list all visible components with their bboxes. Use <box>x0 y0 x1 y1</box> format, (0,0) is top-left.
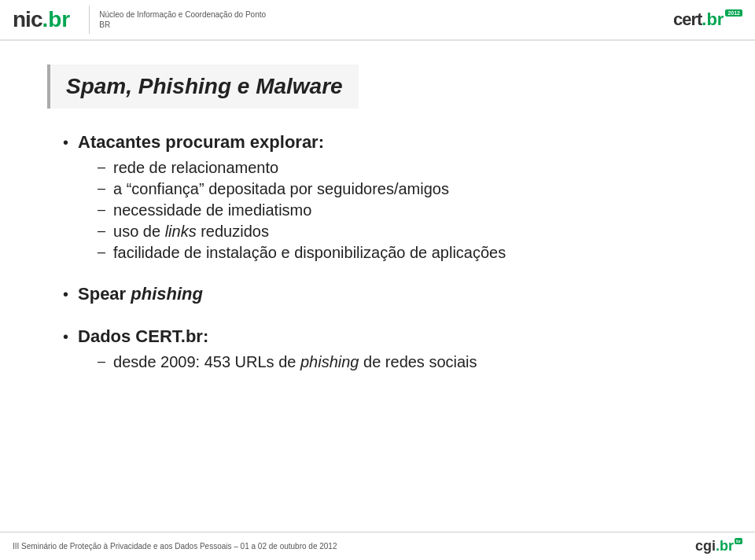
sub-text-4: uso de links reduzidos <box>113 223 269 241</box>
sub-dash-2: – <box>98 180 105 197</box>
footer: III Seminário de Proteção à Privacidade … <box>0 532 755 560</box>
gap-2 <box>63 311 708 326</box>
slide-title: Spam, Phishing e Malware <box>47 64 359 109</box>
gap-1 <box>63 268 708 284</box>
sub-dash-5: – <box>98 244 105 260</box>
sub-dash-3: – <box>98 201 105 218</box>
bullet-1-text: Atacantes procuram explorar: <box>78 132 324 153</box>
sub-bullets-3: – desde 2009: 453 URLs de phishing de re… <box>98 353 708 371</box>
slide-title-text: Spam, Phishing e Malware <box>66 74 343 99</box>
sub-dash-3-1: – <box>98 353 105 370</box>
footer-text: III Seminário de Proteção à Privacidade … <box>13 542 337 551</box>
sub-dash-4: – <box>98 223 105 239</box>
sub-bullets: – rede de relacionamento – a “confiança”… <box>98 159 708 262</box>
nic-logo: nic.br <box>13 7 70 32</box>
sub-bullet-1: – rede de relacionamento <box>98 159 708 177</box>
sub-bullet-3-1: – desde 2009: 453 URLs de phishing de re… <box>98 353 708 371</box>
bullet-2: • Spear phishing <box>63 284 708 304</box>
content-area: • Atacantes procuram explorar: – rede de… <box>47 132 708 371</box>
sub-text-3-1: desde 2009: 453 URLs de phishing de rede… <box>113 353 477 371</box>
bullet-3-text: Dados CERT.br: <box>78 326 208 347</box>
header: nic.br Núcleo de Informação e Coordenaçã… <box>0 0 755 41</box>
header-subtitle: Núcleo de Informação e Coordenação do Po… <box>99 9 272 30</box>
sub-bullet-2: – a “confiança” depositada por seguidore… <box>98 180 708 198</box>
bullet-dot-2: • <box>63 286 68 304</box>
bullet-2-text: Spear phishing <box>78 284 203 304</box>
sub-bullet-3: – necessidade de imediatismo <box>98 201 708 219</box>
sub-text-5: facilidade de instalação e disponibiliza… <box>113 244 506 262</box>
header-divider <box>89 6 90 34</box>
cgi-logo: cgi.brbr <box>695 538 742 554</box>
sub-text-2: a “confiança” depositada por seguidores/… <box>113 180 449 198</box>
sub-bullet-5: – facilidade de instalação e disponibili… <box>98 244 708 262</box>
sub-dash-1: – <box>98 159 105 175</box>
bullet-dot-1: • <box>63 134 68 152</box>
main-content: Spam, Phishing e Malware • Atacantes pro… <box>0 41 755 393</box>
sub-text-1: rede de relacionamento <box>113 159 278 177</box>
bullet-3: • Dados CERT.br: <box>63 326 708 347</box>
bullet-1: • Atacantes procuram explorar: <box>63 132 708 153</box>
sub-bullet-4: – uso de links reduzidos <box>98 223 708 241</box>
sub-text-3: necessidade de imediatismo <box>113 201 311 219</box>
bullet-dot-3: • <box>63 328 68 346</box>
cert-logo: cert.br2012 <box>673 9 742 30</box>
